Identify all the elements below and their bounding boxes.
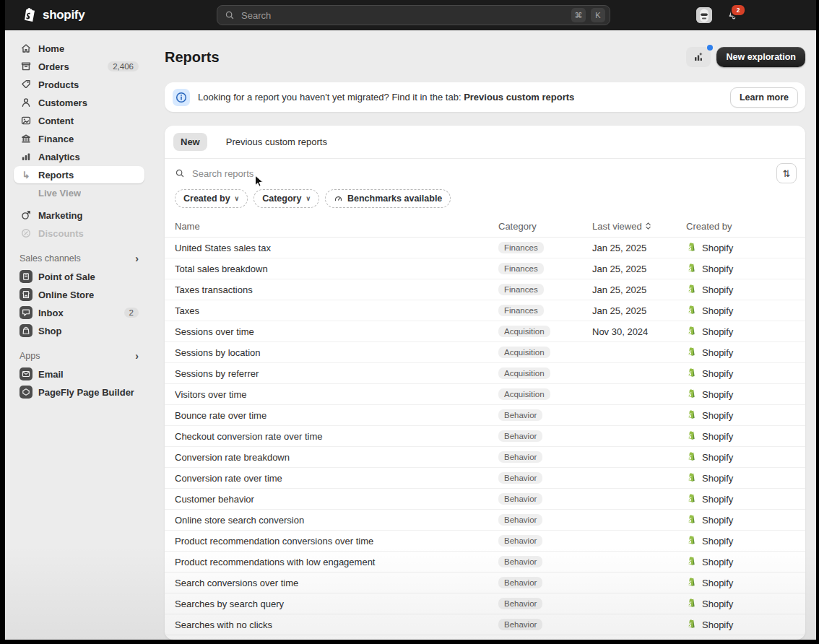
info-icon xyxy=(173,89,190,106)
table-row[interactable]: Search conversions over timeBehaviorShop… xyxy=(165,573,805,593)
category-badge: Behavior xyxy=(498,556,542,567)
report-table-body: United States sales taxFinancesJan 25, 2… xyxy=(165,238,805,640)
report-name[interactable]: Conversion rate breakdown xyxy=(175,452,498,463)
report-name[interactable]: Customer behavior xyxy=(175,494,498,505)
sidebar-item-finance[interactable]: Finance xyxy=(14,130,144,147)
report-name[interactable]: United States sales tax xyxy=(175,243,498,253)
table-row[interactable]: Bounce rate over timeBehaviorShopify xyxy=(165,405,805,426)
table-row[interactable]: Conversion rate breakdownBehaviorShopify xyxy=(165,447,805,468)
exploration-icon-button[interactable] xyxy=(686,47,711,67)
sort-button[interactable]: ⇅ xyxy=(776,163,797,183)
shopify-bag-icon xyxy=(686,305,697,316)
shopify-bag-icon xyxy=(686,535,697,547)
shopify-bag-icon xyxy=(686,514,697,526)
topbar-search-input[interactable] xyxy=(240,9,566,22)
table-row[interactable]: Customer behaviorBehaviorShopify xyxy=(165,489,805,510)
report-name[interactable]: Search conversions over time xyxy=(175,578,498,588)
sidebar-item-content[interactable]: Content xyxy=(14,112,144,129)
shopify-bag-icon xyxy=(686,598,697,609)
learn-more-button[interactable]: Learn more xyxy=(730,87,798,108)
sidebar-item-reports[interactable]: ↳Reports xyxy=(14,166,144,183)
topbar-right: 2 xyxy=(696,0,741,30)
tab-previous-custom-reports[interactable]: Previous custom reports xyxy=(219,133,334,151)
sidebar-item-online-store[interactable]: Online Store xyxy=(14,286,144,303)
sidebar-item-label: Analytics xyxy=(38,152,80,162)
reports-card: New Previous custom reports ⇅ Created by… xyxy=(165,126,805,640)
sidebar-item-orders[interactable]: Orders2,406 xyxy=(14,58,144,75)
column-header-last-viewed[interactable]: Last viewed xyxy=(592,221,686,232)
report-name[interactable]: Taxes transactions xyxy=(175,284,498,295)
created-by: Shopify xyxy=(686,493,805,505)
report-name[interactable]: Total sales breakdown xyxy=(175,264,498,274)
report-name[interactable]: Searches by search query xyxy=(175,599,498,609)
category-badge: Behavior xyxy=(498,535,542,547)
table-row[interactable]: Product recommendations with low engagem… xyxy=(165,552,805,573)
report-name[interactable]: Conversion rate over time xyxy=(175,473,498,484)
tab-new[interactable]: New xyxy=(173,133,207,151)
online-store-icon xyxy=(20,288,32,301)
category-badge: Behavior xyxy=(498,598,542,609)
notifications-button[interactable]: 2 xyxy=(727,8,741,22)
created-by: Shopify xyxy=(686,451,805,463)
table-row[interactable]: Searches with no clicksBehaviorShopify xyxy=(165,614,805,635)
table-row[interactable]: Sessions by referrerAcquisitionShopify xyxy=(165,363,805,384)
sidebar-item-inbox[interactable]: Inbox2 xyxy=(14,304,144,321)
filter-benchmarks-available[interactable]: Benchmarks available xyxy=(325,189,451,208)
report-name[interactable]: Taxes xyxy=(175,305,498,316)
shopify-bag-icon xyxy=(686,409,697,421)
chevron-right-icon: › xyxy=(135,253,139,264)
shopify-bag-icon xyxy=(686,430,697,442)
sidebar-item-marketing[interactable]: Marketing xyxy=(14,206,144,224)
sidebar-section-sales-channels[interactable]: Sales channels› xyxy=(14,253,144,264)
table-row[interactable]: Conversion rate over timeBehaviorShopify xyxy=(165,468,805,489)
table-row[interactable]: Checkout conversion rate over timeBehavi… xyxy=(165,426,805,447)
report-name[interactable]: Sessions over time xyxy=(175,326,498,337)
report-name[interactable]: Bounce rate over time xyxy=(175,410,498,421)
table-row[interactable]: Sessions by locationAcquisitionShopify xyxy=(165,342,805,363)
filter-category[interactable]: Category∨ xyxy=(254,189,319,208)
table-row[interactable]: Total sales breakdownFinancesJan 25, 202… xyxy=(165,258,805,279)
sidebar-item-analytics[interactable]: Analytics xyxy=(14,148,144,165)
sidebar-item-discounts[interactable]: Discounts xyxy=(14,225,144,242)
category-badge: Behavior xyxy=(498,514,542,526)
created-by: Shopify xyxy=(686,577,805,588)
sidebar-item-shop[interactable]: Shop xyxy=(14,322,144,339)
gauge-icon xyxy=(334,194,343,204)
new-exploration-button[interactable]: New exploration xyxy=(716,47,805,67)
category-badge: Finances xyxy=(498,242,544,253)
analytics-icon xyxy=(20,151,32,162)
report-name[interactable]: Sessions by location xyxy=(175,347,498,358)
created-by: Shopify xyxy=(686,305,805,316)
table-row[interactable]: Sessions over timeAcquisitionNov 30, 202… xyxy=(165,321,805,342)
topbar-search[interactable]: ⌘ K xyxy=(217,5,610,25)
store-avatar[interactable] xyxy=(696,7,712,23)
report-name[interactable]: Product recommendations with low engagem… xyxy=(175,557,498,567)
report-name[interactable]: Product recommendation conversions over … xyxy=(175,536,498,547)
sort-carets-icon xyxy=(645,222,651,230)
category-badge: Behavior xyxy=(498,493,542,505)
filter-created-by[interactable]: Created by∨ xyxy=(175,189,248,208)
sidebar-item-email[interactable]: Email xyxy=(14,365,144,383)
sidebar-item-pagefly[interactable]: PageFly Page Builder xyxy=(14,383,144,401)
table-row[interactable]: Product recommendation conversions over … xyxy=(165,531,805,552)
sidebar-section-apps[interactable]: Apps› xyxy=(14,351,144,361)
table-row[interactable]: TaxesFinancesJan 25, 2025Shopify xyxy=(165,300,805,321)
table-row[interactable]: Searches with no resultsBehaviorShopify xyxy=(165,635,805,640)
sidebar-item-live-view[interactable]: Live View xyxy=(32,184,144,201)
table-row[interactable]: United States sales taxFinancesJan 25, 2… xyxy=(165,238,805,258)
shopify-bag-icon xyxy=(22,7,38,24)
report-name[interactable]: Online store search conversion xyxy=(175,515,498,526)
table-row[interactable]: Searches by search queryBehaviorShopify xyxy=(165,593,805,614)
sidebar-item-customers[interactable]: Customers xyxy=(14,94,144,111)
sidebar-item-point-of-sale[interactable]: Point of Sale xyxy=(14,268,144,285)
table-row[interactable]: Visitors over timeAcquisitionShopify xyxy=(165,384,805,405)
sidebar-item-home[interactable]: Home xyxy=(14,40,144,57)
report-name[interactable]: Checkout conversion rate over time xyxy=(175,431,498,442)
sidebar-item-products[interactable]: Products xyxy=(14,76,144,93)
report-name[interactable]: Sessions by referrer xyxy=(175,368,498,379)
report-name[interactable]: Visitors over time xyxy=(175,389,498,400)
report-name[interactable]: Searches with no clicks xyxy=(175,619,498,630)
reports-search-input[interactable] xyxy=(191,167,771,180)
table-row[interactable]: Taxes transactionsFinancesJan 25, 2025Sh… xyxy=(165,279,805,300)
table-row[interactable]: Online store search conversionBehaviorSh… xyxy=(165,510,805,531)
